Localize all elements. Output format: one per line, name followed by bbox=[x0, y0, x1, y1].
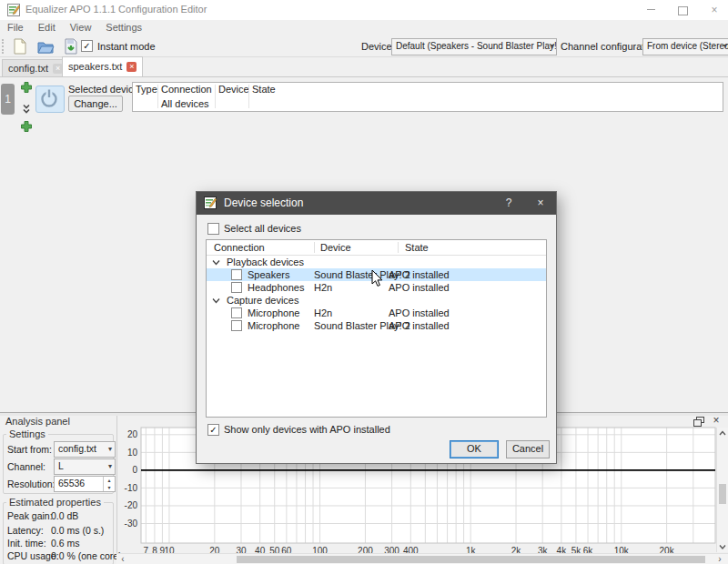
cell-connection: Headphones bbox=[248, 281, 304, 294]
resolution-label: Resolution: bbox=[7, 478, 56, 489]
menu-item-file[interactable]: File bbox=[0, 20, 31, 33]
col-device: Device bbox=[218, 83, 249, 96]
new-file-icon bbox=[11, 37, 29, 55]
tree-expand-icon[interactable] bbox=[212, 297, 220, 305]
start-from-label: Start from: bbox=[7, 444, 52, 455]
property-value: 0.0 ms (0 s.) bbox=[51, 525, 104, 536]
analysis-panel-title: Analysis panel bbox=[5, 416, 70, 427]
cell-state: APO installed bbox=[389, 281, 450, 294]
settings-group-title: Settings bbox=[6, 428, 48, 439]
group-label: Capture devices bbox=[227, 294, 299, 307]
chevron-down-icon: ▾ bbox=[723, 39, 727, 54]
device-checkbox[interactable] bbox=[231, 307, 242, 318]
show-only-apo-checkbox[interactable]: ✓ bbox=[207, 424, 219, 436]
chevron-down-icon: ▾ bbox=[551, 39, 554, 54]
titlebar: Equalizer APO 1.1.1 Configuration Editor… bbox=[0, 0, 728, 20]
channel-config-dropdown[interactable]: From device (Stereo) ▾ bbox=[642, 38, 728, 55]
scroll-left-icon[interactable]: ‹ bbox=[118, 554, 127, 564]
menu-item-settings[interactable]: Settings bbox=[98, 20, 149, 33]
cell-device: H2n bbox=[314, 307, 332, 319]
start-from-dropdown[interactable]: config.txt ▾ bbox=[54, 441, 116, 458]
power-toggle-button[interactable] bbox=[35, 86, 65, 113]
cell-connection: Speakers bbox=[248, 268, 289, 281]
new-file-button[interactable] bbox=[11, 37, 31, 55]
menu-item-edit[interactable]: Edit bbox=[31, 20, 63, 33]
device-row[interactable]: MicrophoneSound Blaster Play! 2APO insta… bbox=[207, 319, 546, 332]
vscroll-thumb[interactable] bbox=[719, 484, 726, 504]
axis-tick-label: -20 bbox=[125, 500, 138, 510]
tab-speakers.txt[interactable]: speakers.txt× bbox=[62, 56, 143, 76]
menu-item-view[interactable]: View bbox=[63, 20, 99, 33]
save-icon bbox=[62, 37, 80, 55]
scroll-right-icon[interactable]: › bbox=[715, 554, 724, 564]
axis-tick-label: 0 bbox=[132, 465, 137, 475]
device-checkbox[interactable] bbox=[231, 320, 242, 331]
device-filter-table: Type Connection Device State All devices bbox=[132, 82, 723, 112]
header-device: Device bbox=[320, 241, 351, 254]
power-icon bbox=[36, 86, 62, 110]
resolution-spinbox[interactable]: 65536 ▴ ▾ bbox=[54, 476, 116, 492]
tab-label: config.txt bbox=[8, 63, 48, 74]
dialog-titlebar[interactable]: Device selection ? × bbox=[197, 192, 556, 215]
channel-dropdown[interactable]: L ▾ bbox=[54, 458, 116, 475]
toolbar-grip[interactable] bbox=[2, 39, 4, 54]
spin-down-icon[interactable]: ▾ bbox=[104, 484, 115, 491]
filter-row-number: 1 bbox=[1, 84, 15, 115]
dialog-help-button[interactable]: ? bbox=[495, 192, 522, 215]
property-value: 0.0 % (one core) bbox=[51, 550, 122, 561]
minimize-icon bbox=[647, 9, 655, 10]
device-dropdown-value: Default (Speakers - Sound Blaster Play! … bbox=[396, 41, 557, 51]
channel-value: L bbox=[58, 460, 64, 471]
scroll-down-icon[interactable] bbox=[719, 544, 726, 549]
add-row-button[interactable] bbox=[20, 120, 33, 133]
dialog-close-button[interactable]: × bbox=[527, 192, 554, 215]
collapse-chevrons-icon[interactable] bbox=[22, 104, 31, 115]
column-divider bbox=[398, 242, 399, 253]
estimated-group-title: Estimated properties bbox=[6, 497, 104, 508]
open-folder-icon bbox=[36, 37, 55, 55]
cancel-button[interactable]: Cancel bbox=[506, 440, 550, 458]
maximize-icon bbox=[678, 6, 688, 15]
scroll-up-icon[interactable] bbox=[719, 430, 726, 436]
change-devices-button[interactable]: Change... bbox=[68, 96, 123, 112]
select-all-checkbox[interactable] bbox=[207, 223, 219, 235]
group-row[interactable]: Capture devices bbox=[207, 294, 546, 307]
menubar: FileEditViewSettings bbox=[0, 20, 728, 36]
device-dropdown[interactable]: Default (Speakers - Sound Blaster Play! … bbox=[391, 38, 557, 55]
tab-config.txt[interactable]: config.txt× bbox=[2, 59, 69, 76]
tab-label: speakers.txt bbox=[68, 61, 122, 72]
device-checkbox[interactable] bbox=[231, 282, 242, 293]
column-divider bbox=[215, 85, 216, 108]
cell-state: APO installed bbox=[389, 268, 450, 281]
add-filter-button[interactable] bbox=[20, 81, 33, 94]
instant-mode-checkbox[interactable]: ✓ bbox=[81, 40, 93, 52]
group-label: Playback devices bbox=[227, 256, 304, 268]
save-file-button[interactable] bbox=[62, 37, 82, 55]
group-row[interactable]: Playback devices bbox=[207, 256, 546, 268]
open-file-button[interactable] bbox=[36, 37, 56, 55]
device-checkbox[interactable] bbox=[231, 269, 242, 280]
cell-connection: Microphone bbox=[248, 319, 299, 332]
axis-tick-label: 10 bbox=[127, 448, 138, 458]
spin-up-icon[interactable]: ▴ bbox=[104, 477, 115, 484]
maximize-button[interactable] bbox=[667, 0, 698, 20]
header-state: State bbox=[405, 241, 429, 254]
graph-horizontal-scrollbar[interactable]: ‹ › bbox=[116, 553, 728, 564]
ok-button[interactable]: OK bbox=[450, 440, 499, 458]
graph-vertical-scrollbar[interactable] bbox=[716, 428, 728, 552]
tree-expand-icon[interactable] bbox=[212, 258, 220, 267]
spinner-buttons[interactable]: ▴ ▾ bbox=[103, 477, 115, 491]
hscroll-thumb[interactable] bbox=[237, 556, 705, 563]
channel-label: Channel: bbox=[7, 461, 46, 472]
show-only-apo-label: Show only devices with APO installed bbox=[224, 424, 390, 435]
tab-close-icon[interactable]: × bbox=[126, 62, 136, 72]
column-divider bbox=[157, 85, 158, 108]
toolbar: ✓ Instant mode Device: Default (Speakers… bbox=[0, 36, 728, 57]
close-button[interactable]: × bbox=[699, 0, 728, 20]
axis-tick-label: 20 bbox=[127, 429, 138, 439]
chevron-down-icon: ▾ bbox=[108, 459, 112, 473]
minimize-button[interactable] bbox=[635, 0, 666, 20]
device-row[interactable]: MicrophoneH2nAPO installed bbox=[207, 307, 546, 319]
resolution-value: 65536 bbox=[58, 478, 85, 488]
all-devices-row[interactable]: All devices bbox=[161, 97, 209, 110]
